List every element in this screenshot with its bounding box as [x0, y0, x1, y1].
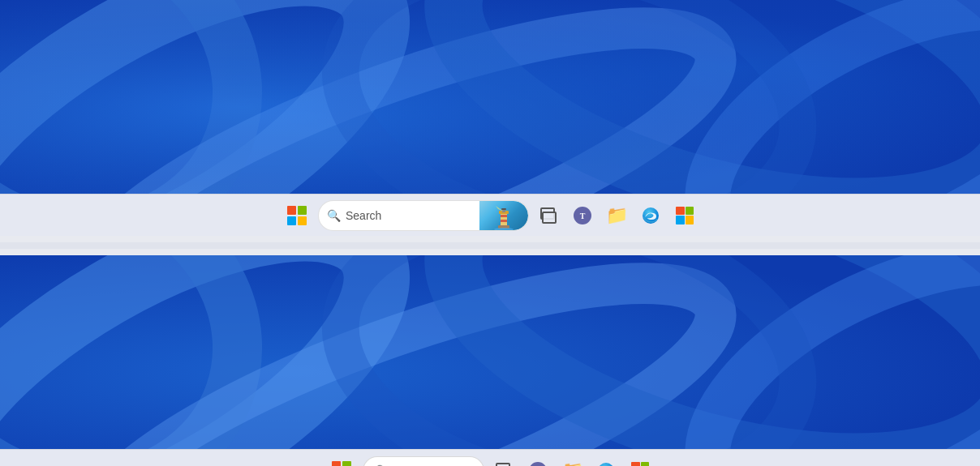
- explorer-button-top[interactable]: 📁: [602, 201, 631, 230]
- taskview-icon-top: [540, 207, 557, 224]
- svg-rect-14: [501, 215, 507, 217]
- screen-section-top: 🔍 Search: [0, 0, 980, 236]
- start-button-top[interactable]: [281, 199, 313, 232]
- windows-logo-top: [287, 206, 307, 225]
- start-button-bottom[interactable]: [325, 455, 358, 467]
- svg-rect-12: [501, 208, 506, 210]
- chat-icon-top: T: [574, 207, 591, 224]
- taskview-icon-bottom: [496, 463, 512, 467]
- svg-point-28: [529, 462, 547, 467]
- explorer-button-bottom[interactable]: 📁: [557, 456, 587, 467]
- svg-point-17: [494, 228, 514, 230]
- chat-icon-bottom: T: [529, 462, 547, 467]
- chat-button-bottom[interactable]: T: [523, 456, 552, 467]
- chat-button-top[interactable]: T: [568, 201, 597, 230]
- edge-button-top[interactable]: [636, 201, 665, 230]
- svg-text:T: T: [580, 212, 586, 220]
- desktop-top: [0, 0, 980, 194]
- folder-icon-bottom: 📁: [561, 460, 583, 467]
- folder-icon-top: 📁: [606, 205, 628, 226]
- store-button-bottom[interactable]: [625, 456, 655, 467]
- edge-icon-top: [642, 207, 660, 224]
- svg-rect-15: [501, 220, 507, 222]
- store-button-top[interactable]: [670, 201, 699, 230]
- search-icon-top: 🔍: [327, 209, 341, 222]
- svg-point-30: [598, 463, 614, 467]
- search-bar-bottom[interactable]: 🔍 Search: [363, 456, 484, 467]
- logo-q2-b: [342, 461, 351, 467]
- edge-button-bottom[interactable]: [591, 456, 621, 467]
- taskbar-bottom: 🔍 Search T 📁: [0, 449, 980, 466]
- logo-q1: [287, 206, 296, 215]
- search-image-top: [479, 201, 528, 230]
- logo-q3: [287, 216, 296, 225]
- logo-q2: [298, 206, 307, 215]
- store-icon-top: [676, 207, 694, 224]
- taskview-button-bottom[interactable]: [489, 456, 518, 467]
- windows-logo-bottom: [332, 461, 351, 467]
- desktop-bottom: [0, 255, 980, 449]
- taskbar-top: 🔍 Search: [0, 194, 980, 236]
- logo-q4: [298, 216, 307, 225]
- store-icon-bottom: [631, 462, 649, 467]
- screen-section-bottom: 🔍 Search T 📁: [0, 255, 980, 466]
- section-divider: [0, 242, 980, 249]
- taskview-button-top[interactable]: [534, 201, 563, 230]
- wallpaper-top: [0, 0, 980, 194]
- svg-point-20: [643, 207, 659, 224]
- wallpaper-bottom: [0, 255, 980, 449]
- svg-rect-8: [0, 0, 980, 194]
- edge-icon-bottom: [597, 462, 615, 467]
- logo-q1-b: [332, 461, 341, 467]
- search-bar-top[interactable]: 🔍 Search: [318, 200, 529, 231]
